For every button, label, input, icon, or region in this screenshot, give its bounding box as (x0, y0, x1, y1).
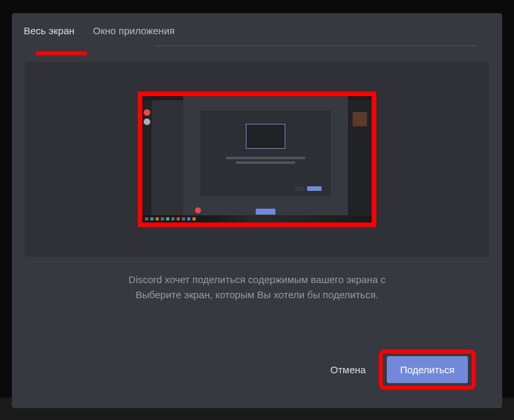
mock-taskbar-icon (177, 217, 180, 221)
tab-row: Весь экран Окно приложения (12, 13, 502, 45)
mock-taskbar (142, 215, 372, 223)
cancel-button[interactable]: Отмена (330, 364, 366, 375)
mock-button-row (295, 186, 322, 191)
content-area: Discord хочет поделиться содержимым ваше… (12, 46, 502, 336)
screen-share-modal: Весь экран Окно приложения (12, 13, 502, 408)
mock-text-line (236, 161, 295, 164)
mock-channels (152, 96, 183, 223)
tab-fullscreen[interactable]: Весь экран (24, 25, 74, 45)
screen-thumbnail[interactable] (142, 96, 372, 223)
share-button[interactable]: Поделиться (387, 356, 468, 383)
screen-preview-container (25, 62, 489, 257)
mock-taskbar-icon (166, 217, 169, 221)
mock-text-line (226, 157, 305, 159)
mock-taskbar-icon (171, 217, 175, 221)
mock-inner-thumb (246, 124, 285, 149)
mock-inner-modal (200, 111, 331, 196)
mock-share-btn (307, 186, 322, 191)
modal-footer: Отмена Поделиться (12, 336, 502, 408)
annotation-share-highlight: Поделиться (379, 350, 476, 390)
mock-taskbar-icon (182, 217, 185, 221)
share-description: Discord хочет поделиться содержимым ваше… (25, 273, 489, 302)
description-line-1: Discord хочет поделиться содержимым ваше… (25, 273, 489, 288)
mock-taskbar-icon (156, 217, 159, 221)
mock-taskbar-icon (192, 217, 196, 221)
mock-taskbar-icon (187, 217, 190, 221)
mock-bottom-btn (256, 209, 275, 215)
annotation-thumb-highlight (138, 92, 376, 227)
tab-app-window[interactable]: Окно приложения (93, 25, 175, 45)
mock-server-list (142, 96, 152, 223)
mock-taskbar-icon (145, 217, 148, 221)
annotation-underline (36, 51, 87, 55)
mock-taskbar-icon (150, 217, 154, 221)
mock-record-icon (195, 207, 201, 213)
mock-right-panel (348, 96, 372, 223)
mock-right-tile (353, 112, 367, 126)
mock-main-area (183, 96, 348, 223)
mock-cancel-btn (295, 186, 304, 191)
mock-taskbar-icon (161, 217, 164, 221)
description-line-2: Выберите экран, которым Вы хотели бы под… (25, 288, 489, 303)
